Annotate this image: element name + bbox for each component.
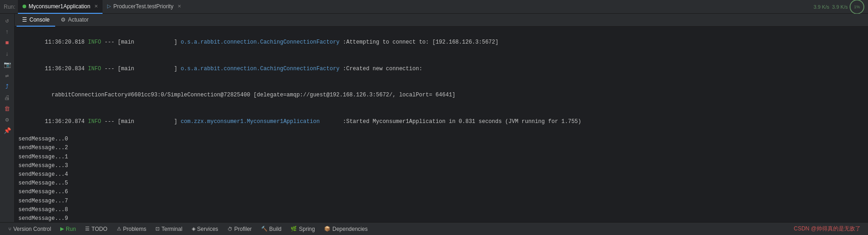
console-tab-label: Console: [29, 17, 50, 23]
console-icon: ☰: [22, 17, 27, 23]
status-build[interactable]: 🔨 Build: [257, 223, 286, 235]
log-send-6: sendMessage...6: [18, 188, 864, 196]
log-send-9: sendMessage...9: [18, 214, 864, 222]
run-label: Run:: [4, 4, 15, 10]
todo-label: TODO: [91, 226, 107, 232]
log-send-0: sendMessage...0: [18, 135, 864, 144]
network-speed-value: 3.9 K/s: [832, 4, 848, 10]
toolbar-stop-icon[interactable]: ■: [1, 38, 13, 48]
run-tab-myconsumer[interactable]: Myconsumer1Application ✕: [18, 0, 103, 14]
actuator-icon: ⚙: [61, 17, 66, 23]
toolbar-down-icon[interactable]: ↓: [1, 49, 13, 59]
status-spring[interactable]: 🌿 Spring: [286, 223, 320, 235]
log-send-2: sendMessage...2: [18, 144, 864, 152]
bottom-status-bar: ⑂ Version Control ▶ Run ☰ TODO ⚠ Problem…: [0, 222, 868, 235]
network-indicator: 3.9 K/s 3.9 K/s 1%: [814, 0, 868, 14]
actuator-tab-label: Actuator: [68, 17, 89, 23]
log-send-7: sendMessage...7: [18, 197, 864, 206]
terminal-icon: ⊡: [155, 226, 160, 232]
run-label-status: Run: [66, 226, 76, 232]
status-run[interactable]: ▶ Run: [56, 223, 80, 235]
log-send-1: sendMessage...1: [18, 153, 864, 162]
problems-icon: ⚠: [117, 226, 121, 232]
toolbar-wrap-icon[interactable]: ⇌: [1, 71, 13, 81]
toolbar-pin-icon[interactable]: 📌: [1, 126, 13, 136]
todo-icon: ☰: [85, 226, 90, 232]
problems-label: Problems: [123, 226, 147, 232]
services-icon: ◈: [192, 226, 195, 232]
services-label: Services: [197, 226, 218, 232]
dependencies-label: Dependencies: [332, 226, 368, 232]
terminal-label: Terminal: [161, 226, 182, 232]
status-version-control[interactable]: ⑂ Version Control: [4, 223, 56, 235]
profiler-icon: ⏱: [228, 226, 233, 232]
version-control-icon: ⑂: [8, 226, 11, 232]
run-tab-close[interactable]: ✕: [94, 4, 98, 9]
csdn-watermark: CSDN @帅得真的是无敌了: [794, 225, 864, 233]
toolbar-up-icon[interactable]: ↑: [1, 27, 13, 37]
log-line-3: 11:36:20.874 INFO --- [main ] com.zzx.my…: [18, 109, 864, 135]
status-terminal[interactable]: ⊡ Terminal: [151, 223, 187, 235]
run-tab-producer-label: ProducerTest.testPriority: [113, 3, 173, 10]
spring-icon: 🌿: [291, 226, 297, 232]
build-icon: 🔨: [261, 226, 268, 232]
status-services[interactable]: ◈ Services: [187, 223, 223, 235]
main-area: ↺ ↑ ■ ↓ 📷 ⇌ ⤴ 🖨 🗑 ⚙ 📌 ☰ Console ⚙ Actuat…: [0, 14, 868, 222]
status-profiler[interactable]: ⏱ Profiler: [223, 223, 257, 235]
log-line-1: 11:36:20.818 INFO --- [main ] o.s.a.rabb…: [18, 29, 864, 56]
run-tab-bar: Run: Myconsumer1Application ✕ ▷ Producer…: [0, 0, 868, 14]
cpu-percent: 1%: [854, 5, 860, 9]
status-todo[interactable]: ☰ TODO: [80, 223, 112, 235]
log-send-4: sendMessage...4: [18, 170, 864, 179]
version-control-label: Version Control: [13, 226, 51, 232]
run-icon: ▶: [60, 226, 64, 232]
content-panel: ☰ Console ⚙ Actuator 11:36:20.818 INFO -…: [15, 14, 868, 222]
log-line-2: 11:36:20.834 INFO --- [main ] o.s.a.rabb…: [18, 56, 864, 83]
console-output[interactable]: 11:36:20.818 INFO --- [main ] o.s.a.rabb…: [15, 27, 868, 222]
tab-actuator[interactable]: ⚙ Actuator: [55, 14, 94, 27]
log-send-5: sendMessage...5: [18, 179, 864, 188]
toolbar-settings-icon[interactable]: ⚙: [1, 115, 13, 125]
toolbar-share-icon[interactable]: ⤴: [1, 82, 13, 92]
profiler-label: Profiler: [234, 226, 252, 232]
tab-console[interactable]: ☰ Console: [17, 14, 55, 27]
toolbar-print-icon[interactable]: 🖨: [1, 93, 13, 103]
spring-label: Spring: [299, 226, 315, 232]
run-tab-green-icon: [23, 5, 26, 8]
log-line-continuation: rabbitConnectionFactory#6601cc93:0/Simpl…: [18, 82, 864, 109]
status-problems[interactable]: ⚠ Problems: [112, 223, 151, 235]
status-dependencies[interactable]: 📦 Dependencies: [320, 223, 372, 235]
run-tab-producer-close[interactable]: ✕: [177, 4, 181, 9]
network-speed: 3.9 K/s: [814, 4, 829, 10]
inner-tab-bar: ☰ Console ⚙ Actuator: [15, 14, 868, 27]
run-tab-arrow-icon: ▷: [107, 3, 111, 9]
toolbar-rerun-icon[interactable]: ↺: [1, 16, 13, 26]
cpu-circle: 1%: [850, 0, 864, 14]
dependencies-icon: 📦: [324, 226, 331, 232]
run-tab-label: Myconsumer1Application: [29, 3, 90, 10]
run-tab-producer[interactable]: ▷ ProducerTest.testPriority ✕: [103, 0, 186, 14]
csdn-text: CSDN @帅得真的是无敌了: [794, 225, 861, 232]
log-send-3: sendMessage...3: [18, 162, 864, 170]
toolbar-camera-icon[interactable]: 📷: [1, 60, 13, 70]
build-label: Build: [269, 226, 282, 232]
toolbar-clear-icon[interactable]: 🗑: [1, 104, 13, 114]
left-toolbar: ↺ ↑ ■ ↓ 📷 ⇌ ⤴ 🖨 🗑 ⚙ 📌: [0, 14, 15, 222]
log-send-8: sendMessage...8: [18, 206, 864, 214]
